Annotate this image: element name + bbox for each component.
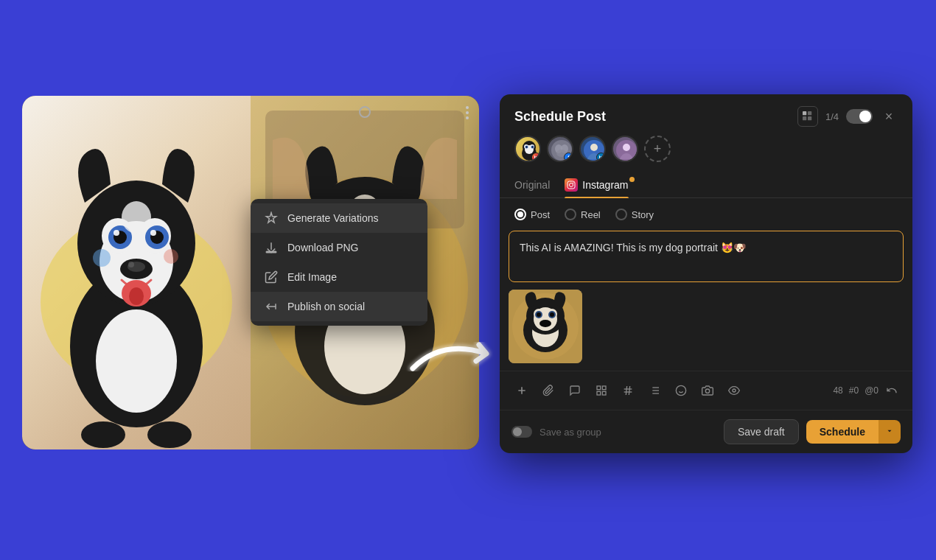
post-type-post-label: Post bbox=[531, 209, 550, 220]
svg-point-76 bbox=[550, 312, 554, 317]
svg-rect-81 bbox=[602, 386, 606, 390]
dot-indicator bbox=[359, 106, 371, 118]
step-indicator: 1/4 bbox=[825, 111, 839, 122]
toolbar-hashtag-button[interactable] bbox=[616, 379, 640, 402]
svg-point-52 bbox=[526, 147, 528, 148]
panel-title: Schedule Post bbox=[514, 109, 790, 125]
schedule-button-wrapper: Schedule bbox=[806, 420, 901, 444]
at-count: @0 bbox=[865, 385, 879, 396]
post-type-story-label: Story bbox=[632, 209, 654, 220]
svg-point-16 bbox=[129, 287, 144, 305]
menu-item-generate[interactable]: Generate Variations bbox=[251, 203, 427, 233]
menu-item-generate-label: Generate Variations bbox=[287, 212, 378, 224]
avatar-4[interactable] bbox=[612, 136, 638, 162]
instagram-icon bbox=[565, 178, 578, 192]
svg-point-19 bbox=[93, 249, 111, 267]
save-group-label: Save as group bbox=[539, 427, 716, 438]
avatar-row: in f in bbox=[500, 136, 912, 172]
menu-item-publish-label: Publish on social bbox=[287, 301, 365, 312]
tab-dot bbox=[629, 177, 635, 182]
toolbar: 48 #0 @0 bbox=[500, 371, 912, 410]
svg-point-21 bbox=[81, 421, 125, 448]
menu-item-edit-label: Edit Image bbox=[287, 271, 337, 283]
svg-point-77 bbox=[539, 320, 551, 327]
svg-line-86 bbox=[626, 386, 626, 395]
post-text-content: This AI is AMAZING! This is my dog portr… bbox=[520, 240, 893, 256]
grid-view-button[interactable] bbox=[797, 106, 818, 127]
avatar-3[interactable]: in bbox=[579, 136, 606, 162]
radio-post bbox=[514, 209, 526, 220]
menu-item-edit[interactable]: Edit Image bbox=[251, 262, 427, 292]
left-image bbox=[22, 96, 251, 449]
three-dots-menu[interactable] bbox=[463, 103, 472, 122]
toolbar-preview-button[interactable] bbox=[722, 379, 746, 402]
menu-item-download[interactable]: Download PNG bbox=[251, 233, 427, 262]
svg-rect-43 bbox=[803, 116, 806, 120]
share-icon bbox=[264, 299, 279, 314]
panel-header: Schedule Post 1/4 × bbox=[500, 94, 912, 136]
schedule-button[interactable]: Schedule bbox=[806, 420, 879, 444]
toolbar-emoji-button[interactable] bbox=[669, 379, 693, 402]
tab-instagram[interactable]: Instagram bbox=[565, 172, 628, 197]
save-group-toggle[interactable] bbox=[511, 426, 532, 438]
context-menu: Generate Variations Download PNG Edit Im… bbox=[251, 199, 427, 326]
post-type-story[interactable]: Story bbox=[615, 209, 654, 220]
svg-point-12 bbox=[150, 230, 156, 236]
post-type-reel[interactable]: Reel bbox=[565, 209, 601, 220]
svg-point-2 bbox=[96, 309, 177, 413]
svg-rect-82 bbox=[597, 391, 601, 395]
svg-point-64 bbox=[573, 183, 574, 184]
svg-rect-42 bbox=[808, 111, 811, 115]
svg-point-63 bbox=[570, 183, 573, 187]
avatar-1[interactable]: in bbox=[514, 136, 541, 162]
svg-point-61 bbox=[623, 144, 630, 151]
svg-rect-44 bbox=[808, 116, 811, 120]
arrow bbox=[398, 309, 516, 398]
schedule-dropdown-button[interactable] bbox=[879, 420, 901, 444]
avatar-2[interactable]: f bbox=[547, 136, 573, 162]
tab-original-label: Original bbox=[514, 179, 550, 191]
add-account-button[interactable]: + bbox=[644, 136, 671, 162]
hashtag-count: #0 bbox=[849, 385, 859, 396]
svg-point-22 bbox=[147, 421, 192, 448]
svg-point-59 bbox=[590, 144, 598, 151]
toolbar-camera-button[interactable] bbox=[696, 379, 719, 402]
toggle-switch[interactable] bbox=[846, 109, 873, 124]
post-type-post[interactable]: Post bbox=[514, 209, 550, 220]
svg-point-94 bbox=[676, 385, 685, 395]
post-type-reel-label: Reel bbox=[581, 209, 601, 220]
toolbar-list-button[interactable] bbox=[643, 379, 666, 402]
radio-story bbox=[615, 209, 627, 220]
toolbar-grid-button[interactable] bbox=[590, 379, 613, 402]
sparkle-icon bbox=[264, 211, 279, 225]
svg-rect-41 bbox=[803, 111, 806, 115]
post-text-area[interactable]: This AI is AMAZING! This is my dog portr… bbox=[509, 231, 904, 282]
radio-reel bbox=[565, 209, 576, 220]
char-count-display: 48 #0 @0 bbox=[833, 385, 879, 396]
close-button[interactable]: × bbox=[880, 108, 898, 125]
svg-line-87 bbox=[629, 386, 629, 395]
post-type-row: Post Reel Story bbox=[500, 198, 912, 231]
schedule-panel: Schedule Post 1/4 × bbox=[500, 94, 912, 453]
tab-original[interactable]: Original bbox=[514, 172, 550, 197]
svg-point-20 bbox=[164, 249, 178, 264]
svg-point-97 bbox=[705, 389, 709, 393]
svg-point-53 bbox=[532, 147, 534, 148]
save-draft-button[interactable]: Save draft bbox=[724, 419, 799, 444]
svg-point-11 bbox=[113, 230, 119, 236]
download-icon bbox=[264, 240, 279, 255]
svg-point-17 bbox=[128, 262, 134, 267]
panel-footer: Save as group Save draft Schedule bbox=[500, 410, 912, 453]
toolbar-comment-button[interactable] bbox=[563, 379, 587, 402]
toolbar-attach-button[interactable] bbox=[537, 379, 560, 402]
svg-rect-62 bbox=[567, 181, 575, 189]
toolbar-add-button[interactable] bbox=[510, 379, 534, 402]
char-count: 48 bbox=[833, 385, 842, 396]
tab-instagram-label: Instagram bbox=[582, 179, 628, 191]
composer-image-thumbnail bbox=[509, 290, 582, 363]
toolbar-undo-button[interactable] bbox=[881, 380, 902, 401]
svg-rect-80 bbox=[597, 386, 601, 390]
svg-point-18 bbox=[122, 201, 151, 234]
svg-point-75 bbox=[537, 312, 541, 317]
tabs-row: Original Instagram bbox=[500, 172, 912, 198]
